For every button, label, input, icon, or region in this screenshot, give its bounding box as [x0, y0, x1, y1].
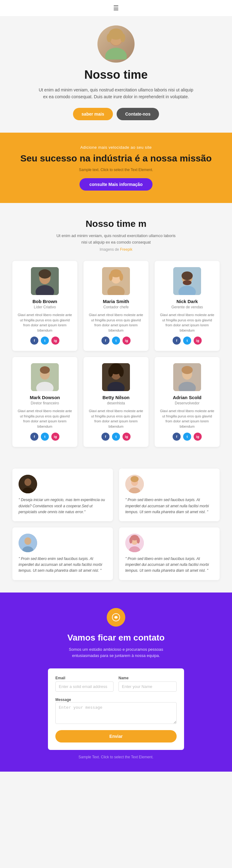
learn-more-button[interactable]: saber mais [73, 108, 113, 120]
team-name-maria: Maria Smith [88, 299, 144, 304]
team-role-bob: Líder Criativo [17, 305, 72, 309]
svg-point-5 [120, 33, 125, 42]
social-icons-betty: f t ig [88, 433, 144, 441]
facebook-icon-nick[interactable]: f [172, 337, 181, 345]
facebook-icon-mark[interactable]: f [30, 433, 38, 441]
contact-button[interactable]: Contate-nos [117, 108, 159, 120]
contact-title: Vamos ficar em contato [25, 633, 207, 643]
twitter-icon-bob[interactable]: t [41, 337, 49, 345]
svg-point-29 [108, 367, 113, 377]
team-bio-adrian: Glavi amet ritnol libero moleste ante ut… [160, 408, 215, 429]
svg-point-52 [115, 616, 117, 619]
team-description: Ut enim ad minim veniam, quis nostrud ex… [54, 233, 178, 246]
instagram-icon-betty[interactable]: ig [122, 433, 130, 441]
svg-point-15 [119, 273, 123, 281]
team-bio-nick: Glavi amet ritnol libero moleste ante ut… [160, 312, 215, 333]
team-role-nick: Gerente de vendas [160, 305, 215, 309]
team-card-nick: Nick Dark Gerente de vendas Glavi amet r… [155, 261, 220, 351]
svg-point-20 [183, 280, 191, 285]
name-input[interactable] [118, 681, 177, 692]
team-title: Nosso time m [12, 218, 220, 229]
avatar [98, 25, 134, 63]
team-role-betty: desenhista [88, 401, 144, 405]
instagram-icon-maria[interactable]: ig [122, 337, 130, 345]
team-photo-adrian [173, 363, 201, 391]
facebook-icon-betty[interactable]: f [102, 433, 110, 441]
social-icons-bob: f t ig [17, 337, 72, 345]
banner-sample-text: Sample text. Click to select the Text El… [18, 168, 214, 172]
team-role-mark: Diretor financeiro [17, 401, 72, 405]
team-bio-maria: Glavi amet ritnol libero moleste ante ut… [88, 312, 144, 333]
instagram-icon-nick[interactable]: ig [194, 337, 202, 345]
svg-point-43 [25, 537, 31, 545]
team-name-betty: Betty Nilson [88, 395, 144, 400]
hamburger-icon[interactable]: ☰ [113, 5, 119, 11]
svg-point-4 [107, 33, 112, 42]
form-row-top: Email Name [55, 676, 177, 692]
team-card-betty: Betty Nilson desenhista Glavi amet ritno… [83, 357, 149, 447]
message-label: Message [55, 698, 71, 702]
form-group-email: Email [55, 676, 114, 692]
team-name-nick: Nick Dark [160, 299, 215, 304]
testimonial-avatar-3 [18, 534, 37, 552]
team-bio-bob: Glavi amet ritnol libero moleste ante ut… [17, 312, 72, 333]
team-photo-bob [31, 267, 59, 295]
team-card-bob: Bob Brown Líder Criativo Glavi amet ritn… [12, 261, 77, 351]
testimonial-quote-2: " Proin sed libero enim sed faucibus tur… [125, 497, 214, 515]
contact-icon-wrap [107, 608, 125, 627]
banner-title: Seu sucesso na indústria é a nossa missã… [18, 153, 214, 164]
consult-button[interactable]: consulte Mais informação [79, 178, 153, 191]
form-group-name: Name [118, 676, 177, 692]
twitter-icon-betty[interactable]: t [112, 433, 120, 441]
contact-form: Email Name Message Enviar [48, 669, 184, 750]
hero-section: Nosso time Ut enim ad minim veniam, quis… [0, 16, 232, 133]
team-photo-nick [173, 267, 201, 295]
submit-button[interactable]: Enviar [55, 730, 177, 743]
team-card-maria: Maria Smith Contador chefe Glavi amet ri… [83, 261, 149, 351]
social-icons-adrian: f t ig [160, 433, 215, 441]
svg-point-14 [109, 273, 113, 281]
instagram-icon-mark[interactable]: ig [51, 433, 60, 441]
svg-point-24 [40, 366, 50, 374]
testimonial-2: " Proin sed libero enim sed faucibus tur… [119, 469, 220, 521]
contact-description: Somos um estúdio ambicioso e procuramos … [60, 646, 172, 659]
email-label: Email [55, 676, 114, 680]
testimonial-avatar-1 [18, 475, 37, 493]
twitter-icon-mark[interactable]: t [41, 433, 49, 441]
freepik-note: Imagens de Freepik [12, 247, 220, 252]
team-name-adrian: Adrian Scold [160, 395, 215, 400]
team-photo-betty [102, 363, 130, 391]
testimonials-section: " Deseja iniciar um negócio, mas tem exp… [0, 459, 232, 592]
testimonial-4: " Proin sed libero enim sed faucibus tur… [119, 527, 220, 580]
hero-buttons: saber mais Contate-nos [25, 108, 207, 120]
team-card-adrian: Adrian Scold Desenvolvedor Glavi amet ri… [155, 357, 220, 447]
team-role-maria: Contador chefe [88, 305, 144, 309]
team-bio-mark: Glavi amet ritnol libero moleste ante ut… [17, 408, 72, 429]
testimonial-quote-1: " Deseja iniciar um negócio, mas tem exp… [18, 497, 107, 515]
svg-point-49 [129, 537, 132, 544]
twitter-icon-maria[interactable]: t [112, 337, 120, 345]
team-name-mark: Mark Dowson [17, 395, 72, 400]
email-input[interactable] [55, 681, 114, 692]
contact-section: Vamos ficar em contato Somos um estúdio … [0, 592, 232, 772]
team-card-mark: Mark Dowson Diretor financeiro Glavi ame… [12, 357, 77, 447]
twitter-icon-nick[interactable]: t [183, 337, 191, 345]
testimonials-grid: " Deseja iniciar um negócio, mas tem exp… [12, 469, 220, 580]
testimonial-avatar-2 [125, 475, 144, 493]
twitter-icon-adrian[interactable]: t [183, 433, 191, 441]
svg-point-30 [119, 367, 124, 377]
social-icons-maria: f t ig [88, 337, 144, 345]
testimonial-3: " Proin sed libero enim sed faucibus tur… [12, 527, 113, 580]
instagram-icon-adrian[interactable]: ig [194, 433, 202, 441]
contact-brand-icon [111, 613, 121, 622]
facebook-icon-adrian[interactable]: f [172, 433, 181, 441]
team-grid: Bob Brown Líder Criativo Glavi amet ritn… [12, 261, 220, 447]
freepik-link[interactable]: Freepik [120, 247, 132, 252]
instagram-icon-bob[interactable]: ig [51, 337, 60, 345]
facebook-icon-maria[interactable]: f [102, 337, 110, 345]
team-photo-maria [102, 267, 130, 295]
contact-footer-note: Sample Text. Click to select the Text El… [25, 755, 207, 759]
facebook-icon-bob[interactable]: f [30, 337, 38, 345]
message-textarea[interactable] [55, 702, 177, 724]
name-label: Name [118, 676, 177, 680]
